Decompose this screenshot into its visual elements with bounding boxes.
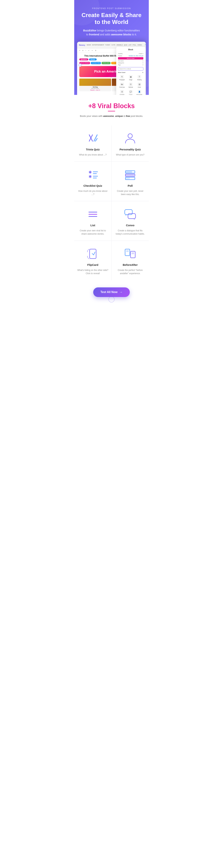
svg-line-3 xyxy=(122,85,123,85)
hero-eyebrow: FRONTEND POST SUBMISSION xyxy=(79,7,144,9)
feature-card-checklist-quiz: ✱ ✱ Checklist Quiz How much do you know … xyxy=(74,162,112,201)
block-meta: Visibility Public ▾ xyxy=(118,53,143,55)
block-trivia[interactable]: Trivia Quiz xyxy=(118,82,126,89)
list-desc: Create your own viral list to share awes… xyxy=(77,229,109,236)
viral-count: +8 xyxy=(88,102,96,110)
trivia-quiz-icon xyxy=(86,131,100,146)
categories-row: Categories▾ xyxy=(118,62,143,64)
personality-quiz-icon xyxy=(123,131,137,146)
list-title: List xyxy=(90,224,95,227)
hotdog-image xyxy=(79,79,111,86)
block-convo[interactable]: 💬 Convo xyxy=(127,89,135,95)
cover-icon: ▤ xyxy=(138,83,141,86)
block-search-input[interactable] xyxy=(118,67,143,70)
svg-point-8 xyxy=(128,134,132,138)
feature-card-personality-quiz: Personality Quiz What type of person are… xyxy=(112,125,149,161)
feature-card-trivia-quiz: Trivia Quiz What do you know about ...? xyxy=(74,125,112,161)
search-icon[interactable]: 🔍 xyxy=(145,43,146,47)
hotdog-label: Hot Dog xyxy=(79,86,111,88)
most-used-label: Most Used ∧ xyxy=(118,72,143,73)
feature-card-flipcard: FlipCard What's hiding on the other side… xyxy=(74,241,112,280)
poll-title: Poll xyxy=(127,184,133,187)
flipcard-desc: What's hiding on the other side? Click t… xyxy=(77,269,109,275)
block-popup: Block Visibility Public ▾ Publish Octobe… xyxy=(116,47,145,95)
personality-quiz-title: Personality Quiz xyxy=(119,148,141,151)
blocks-grid: ¶ Paragraph ▦ Image T Heading xyxy=(118,74,143,95)
cta-arrow-icon: → xyxy=(119,290,122,294)
block-image[interactable]: ▦ Image xyxy=(127,74,135,81)
svg-rect-18 xyxy=(125,174,134,176)
convo-desc: Create a dialogue that fits today's comm… xyxy=(115,229,146,236)
convo-icon-card xyxy=(123,207,137,221)
svg-text:✱: ✱ xyxy=(88,174,92,179)
block-popup-title: Block xyxy=(118,49,143,52)
hero-title: Create Easily & Share to the World xyxy=(79,11,144,26)
beforeafter-desc: Create the perfect "before andafter" exp… xyxy=(115,269,146,275)
category-country[interactable]: Country's Fact xyxy=(91,62,101,64)
feature-card-list: List Create your own viral list to share… xyxy=(74,201,112,241)
browser-logo: Newsy xyxy=(79,44,85,46)
hero-brand: BuzzEditor xyxy=(83,29,97,32)
hero-description: BuzzEditor brings Gutenberg editor funct… xyxy=(79,29,144,37)
block-heading[interactable]: T Heading xyxy=(136,74,143,81)
cta-button-label: Test All Now xyxy=(101,290,117,294)
block-personality[interactable]: 👤 Personality Quiz xyxy=(136,89,143,95)
checklist-icon: ☰ xyxy=(120,90,124,94)
checklist-quiz-desc: How much do you know about ...? xyxy=(77,189,109,196)
category-history[interactable]: History Quiz xyxy=(102,62,111,64)
poll-icon xyxy=(123,167,137,182)
block-publish: Publish October 22, 2021 3:41 pm xyxy=(118,55,143,56)
hero-frontend: frontend xyxy=(89,33,99,36)
food-card-hotdog: Hot Dog Bob Kyle Street Result 1 - Gen X… xyxy=(79,79,111,91)
image-icon: ▦ xyxy=(129,75,133,79)
hotdog-author: Bob Kyle Street xyxy=(79,88,111,89)
browser-mock: Newsy NEWS ENTERTAINMENT FUNNY CUTE ANIM… xyxy=(77,42,146,95)
block-cover[interactable]: ▤ Cover xyxy=(136,82,143,89)
test-all-now-button[interactable]: Test All Now → xyxy=(93,287,130,297)
personality-quiz-desc: What type of person are you? xyxy=(116,153,144,156)
svg-rect-29 xyxy=(131,251,135,258)
viral-title: +8 Viral Blocks xyxy=(79,102,144,110)
feature-card-poll: Poll Create your own poll, never been ea… xyxy=(112,162,149,201)
viral-description: Boots your views with awesome, unique & … xyxy=(79,114,144,118)
hotdog-result: Result 1 - Gen X! xyxy=(79,89,111,91)
block-paragraph[interactable]: ¶ Paragraph xyxy=(118,74,126,81)
checklist-quiz-title: Checklist Quiz xyxy=(83,184,102,187)
feature-card-convo: Convo Create a dialogue that fits today'… xyxy=(112,201,149,241)
trivia-icon xyxy=(120,83,124,86)
block-flipcard[interactable]: ⊡ FlipCard xyxy=(127,82,135,89)
beforeafter-icon xyxy=(123,247,137,261)
paragraph-icon: ¶ xyxy=(120,75,124,79)
svg-rect-30 xyxy=(132,252,134,254)
viral-section: +8 Viral Blocks Boots your views with aw… xyxy=(74,95,149,121)
svg-line-7 xyxy=(96,138,97,141)
convo-icon: 💬 xyxy=(129,90,133,94)
svg-rect-20 xyxy=(125,177,130,180)
beforeafter-title: BeforeAfter xyxy=(123,263,138,266)
feature-card-beforeafter: BeforeAfter Create the perfect "before a… xyxy=(112,241,149,280)
permalink-row: Permalink▾ xyxy=(118,60,143,62)
personality-icon: 👤 xyxy=(138,90,141,94)
heading-icon: T xyxy=(138,75,141,79)
flipcard-icon-card xyxy=(86,247,100,261)
hero-section: FRONTEND POST SUBMISSION Create Easily &… xyxy=(74,0,149,95)
svg-rect-28 xyxy=(126,250,129,252)
browser-nav: NEWS ENTERTAINMENT FUNNY CUTE ANIMALS QU… xyxy=(87,44,142,46)
move-to-trash-button[interactable]: Move to trash xyxy=(118,57,143,60)
add-block-button[interactable]: + xyxy=(79,63,82,67)
list-icon xyxy=(86,207,100,221)
viral-underline xyxy=(108,111,115,112)
poll-desc: Create your own poll, never been easy li… xyxy=(115,189,146,196)
flipcard-title: FlipCard xyxy=(87,263,98,266)
viral-title-text: Viral Blocks xyxy=(96,102,135,110)
svg-line-6 xyxy=(94,135,97,141)
svg-rect-27 xyxy=(125,249,130,256)
trivia-quiz-title: Trivia Quiz xyxy=(86,148,100,151)
feature-cards-grid: Trivia Quiz What do you know about ...? … xyxy=(74,125,149,280)
tab-results[interactable]: Results xyxy=(89,58,97,60)
convo-title: Convo xyxy=(126,224,135,227)
tab-questions[interactable]: Questions xyxy=(79,58,88,60)
cta-section: Test All Now → xyxy=(74,280,149,306)
block-checklist[interactable]: ☰ Checklist Quiz xyxy=(118,89,126,95)
checklist-quiz-icon: ✱ ✱ xyxy=(86,167,100,182)
